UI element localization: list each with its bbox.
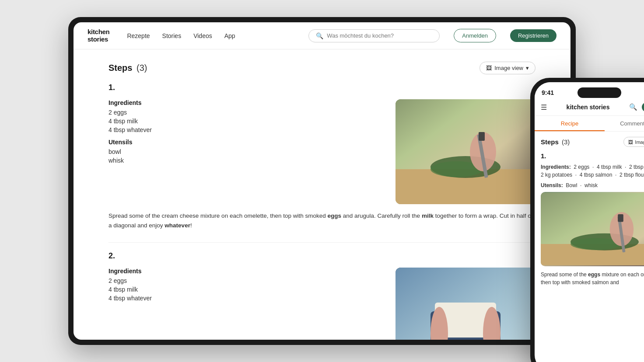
phone-header: ☰ kitchen stories 🔍 Get app <box>535 100 644 116</box>
get-app-button[interactable]: Get app <box>642 102 644 112</box>
phone-header-right: 🔍 Get app <box>629 102 644 112</box>
search-icon: 🔍 <box>316 32 323 39</box>
step-2-info: Ingredients 2 eggs 4 tbsp milk 4 tbsp wh… <box>108 268 382 340</box>
logo[interactable]: kitchen stories <box>88 28 109 43</box>
step-1-image-visual <box>396 99 536 204</box>
svg-rect-18 <box>618 214 623 222</box>
menu-icon[interactable]: ☰ <box>541 103 547 111</box>
tab-comments[interactable]: Comments (24) <box>605 116 644 131</box>
search-bar[interactable]: 🔍 <box>308 29 440 42</box>
ingredients-label-2: Ingredients <box>108 268 382 275</box>
ingredient-2-1: 2 eggs <box>108 277 382 284</box>
ingredient-2-3: 4 tbsp whatever <box>108 295 382 302</box>
nav-rezepte[interactable]: Rezepte <box>127 32 150 39</box>
utensil-1-2: whisk <box>108 157 382 164</box>
nav-stories[interactable]: Stories <box>162 32 182 39</box>
register-button[interactable]: Registrieren <box>510 29 556 42</box>
phone-content: Steps (3) 🖼 Image view ▾ 1. Ingredients:… <box>535 132 644 362</box>
phone-image-icon: 🖼 <box>628 139 633 145</box>
ingredient-1-1: 2 eggs <box>108 109 382 116</box>
phone-steps-header: Steps (3) 🖼 Image view ▾ <box>541 137 644 147</box>
svg-rect-6 <box>479 132 485 141</box>
phone-time: 9:41 <box>542 89 554 96</box>
step-1-image <box>396 99 536 204</box>
phone-status-bar: 9:41 ∿ <box>535 82 644 100</box>
phone-search-icon[interactable]: 🔍 <box>629 103 637 111</box>
phone-tabs: Recipe Comments (24) <box>535 116 644 132</box>
image-icon: 🖼 <box>486 65 492 71</box>
phone-step-1-image-visual <box>541 192 644 266</box>
step-divider <box>108 242 536 243</box>
phone-notch <box>578 87 621 98</box>
utensils-label-1: Utensils <box>108 139 382 146</box>
phone-step-1-description: Spread some of the eggs mixture on each … <box>541 271 644 286</box>
phone-frame: 9:41 ∿ ☰ kitchen <box>530 78 644 362</box>
step-1-info: Ingredients 2 eggs 4 tbsp milk 4 tbsp wh… <box>108 99 382 204</box>
phone-logo: kitchen stories <box>567 104 610 111</box>
step-2-body: Ingredients 2 eggs 4 tbsp milk 4 tbsp wh… <box>108 268 536 340</box>
utensil-1-1: bowl <box>108 148 382 155</box>
step-1-description: Spread some of the cream cheese mixture … <box>108 211 536 230</box>
image-view-button[interactable]: 🖼 Image view ▾ <box>480 62 536 74</box>
step-2-image <box>396 268 536 340</box>
nav: Rezepte Stories Videos App <box>127 32 294 39</box>
tablet-frame: kitchen stories Rezepte Stories Videos A… <box>68 17 576 345</box>
phone-steps-title: Steps (3) <box>541 138 570 146</box>
site-header: kitchen stories Rezepte Stories Videos A… <box>74 22 570 49</box>
phone-step-1-image <box>541 192 644 266</box>
ingredients-label-1: Ingredients <box>108 99 382 106</box>
tab-recipe[interactable]: Recipe <box>535 116 605 131</box>
step-2-image-visual <box>396 268 536 340</box>
phone-utensils-label: Utensils: <box>541 182 563 188</box>
ingredient-1-3: 4 tbsp whatever <box>108 126 382 133</box>
nav-app[interactable]: App <box>224 32 235 39</box>
nav-videos[interactable]: Videos <box>193 32 212 39</box>
phone-step-1-ingredients: Ingredients: 2 eggs · 4 tbsp milk · 2 tb… <box>541 163 644 179</box>
phone-screen: 9:41 ∿ ☰ kitchen <box>535 82 644 362</box>
step-2-number: 2. <box>108 251 536 261</box>
tablet-screen: kitchen stories Rezepte Stories Videos A… <box>74 22 570 340</box>
login-button[interactable]: Anmelden <box>454 29 496 42</box>
logo-line1: kitchen <box>88 28 109 36</box>
search-input[interactable] <box>327 32 432 39</box>
step-1-body: Ingredients 2 eggs 4 tbsp milk 4 tbsp wh… <box>108 99 536 204</box>
logo-line2: stories <box>88 36 109 43</box>
steps-title: Steps (3) <box>108 63 147 73</box>
phone-step-1-number: 1. <box>541 152 644 160</box>
ingredient-2-2: 4 tbsp milk <box>108 286 382 293</box>
steps-header: Steps (3) 🖼 Image view ▾ <box>108 62 536 74</box>
phone-image-view-button[interactable]: 🖼 Image view ▾ <box>623 137 644 147</box>
ingredient-1-2: 4 tbsp milk <box>108 118 382 125</box>
step-1-number: 1. <box>108 83 536 92</box>
chevron-down-icon: ▾ <box>526 65 529 71</box>
main-content: Steps (3) 🖼 Image view ▾ 1. Ingredients … <box>74 49 570 340</box>
phone-step-1-utensils: Utensils: Bowl · whisk <box>541 181 644 189</box>
phone-ingredients-label: Ingredients: <box>541 164 571 170</box>
